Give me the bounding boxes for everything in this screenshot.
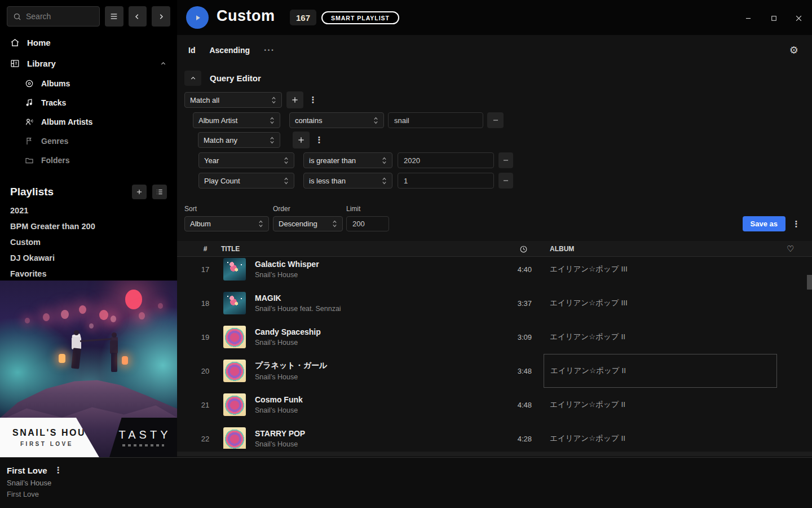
query-editor-collapse-button[interactable]: [184, 71, 201, 86]
match-select[interactable]: Match any: [198, 132, 280, 148]
rule-operator-select[interactable]: is greater than: [303, 152, 392, 168]
playlist-item[interactable]: 2021: [0, 203, 177, 218]
table-row[interactable]: 20プラネット・ガールSnail’s House3:48エイリアン☆ポップ II: [177, 354, 812, 388]
table-row[interactable]: 21Cosmo FunkSnail’s House4:48エイリアン☆ポップ I…: [177, 388, 812, 422]
track-title[interactable]: Cosmo Funk: [255, 395, 303, 404]
group-options-button[interactable]: ⋮: [308, 91, 317, 108]
sidebar-item-album-artists[interactable]: Album Artists: [0, 112, 177, 132]
plus-icon: [135, 188, 143, 196]
rule-value-input[interactable]: [398, 152, 494, 168]
remove-rule-button[interactable]: [498, 152, 513, 168]
vertical-scrollbar-thumb[interactable]: [807, 275, 812, 290]
album-name: エイリアン☆ポップ III: [550, 298, 628, 308]
more-options-button[interactable]: ···: [264, 45, 275, 55]
select-chevrons-icon: [284, 177, 289, 185]
window-maximize-button[interactable]: [768, 12, 779, 24]
album-cell[interactable]: エイリアン☆ポップ II: [544, 354, 777, 388]
rule-operator-select[interactable]: contains: [289, 112, 384, 128]
sort-select[interactable]: Album: [184, 216, 269, 231]
playlist-item[interactable]: BPM Greater than 200: [0, 218, 177, 234]
add-rule-button[interactable]: [286, 91, 303, 108]
sidebar-item-tracks[interactable]: Tracks: [0, 93, 177, 112]
sort-field-control[interactable]: Id: [188, 46, 195, 55]
remove-rule-button[interactable]: [498, 173, 513, 189]
track-artist[interactable]: Snail’s House: [255, 373, 327, 381]
track-artist[interactable]: Snail’s House: [255, 406, 303, 414]
table-row[interactable]: 18MAGIKSnail’s House feat. Sennzai3:37エイ…: [177, 286, 812, 320]
now-playing-options-button[interactable]: ⋮: [54, 465, 63, 475]
horizontal-scrollbar-track[interactable]: [177, 452, 812, 456]
album-art-thumbnail: [223, 326, 246, 348]
save-as-button[interactable]: Save as: [743, 216, 785, 231]
album-cell[interactable]: エイリアン☆ポップ II: [544, 422, 777, 449]
playlists-title: Playlists: [10, 186, 126, 198]
track-title[interactable]: Candy Spaceship: [255, 327, 321, 336]
track-artist[interactable]: Snail’s House: [255, 440, 305, 448]
album-cell[interactable]: エイリアン☆ポップ III: [544, 286, 777, 320]
group-options-button[interactable]: ⋮: [315, 132, 324, 148]
select-chevrons-icon: [284, 156, 289, 165]
sidebar-item-folders[interactable]: Folders: [0, 151, 177, 170]
now-playing-title[interactable]: First Love: [7, 466, 47, 475]
rule-value-input[interactable]: [398, 173, 494, 189]
rule-operator-select[interactable]: is less than: [303, 173, 392, 189]
order-select[interactable]: Descending: [273, 216, 343, 231]
rule-value-input[interactable]: [388, 112, 483, 128]
table-row[interactable]: 19Candy SpaceshipSnail’s House3:09エイリアン☆…: [177, 320, 812, 354]
track-artist[interactable]: Snail’s House feat. Sennzai: [255, 305, 341, 313]
column-album[interactable]: ALBUM: [550, 241, 574, 257]
match-select[interactable]: Match all: [184, 92, 282, 108]
select-chevrons-icon: [382, 156, 387, 165]
window-minimize-button[interactable]: [743, 12, 754, 24]
album-cell[interactable]: エイリアン☆ポップ II: [544, 388, 777, 422]
now-playing-album[interactable]: First Love: [7, 490, 63, 498]
track-title[interactable]: Galactic Whisper: [255, 260, 319, 269]
sidebar-item-home[interactable]: Home: [0, 32, 177, 53]
window-close-button[interactable]: [793, 12, 804, 24]
album-name: エイリアン☆ポップ II: [550, 433, 625, 444]
sidebar-item-library[interactable]: Library: [0, 53, 177, 74]
sidebar-item-genres[interactable]: Genres: [0, 132, 177, 151]
plus-icon: [290, 95, 299, 104]
table-row[interactable]: 22STARRY POPSnail’s House4:28エイリアン☆ポップ I…: [177, 422, 812, 449]
playlist-item[interactable]: Custom: [0, 234, 177, 250]
menu-button[interactable]: [105, 6, 123, 27]
sidebar-item-albums[interactable]: Albums: [0, 74, 177, 93]
now-playing-album-art[interactable]: SNAIL'S HOUSE FIRST LOVE TASTY: [0, 281, 177, 457]
search-box[interactable]: [7, 6, 100, 27]
column-title[interactable]: TITLE: [221, 241, 240, 257]
playlist-list: 2021BPM Greater than 200CustomDJ Okawari…: [0, 203, 177, 282]
playlist-item[interactable]: Favorites: [0, 266, 177, 282]
create-playlist-button[interactable]: [132, 185, 147, 199]
track-title[interactable]: STARRY POP: [255, 429, 305, 438]
album-cell[interactable]: エイリアン☆ポップ II: [544, 320, 777, 354]
favorite-heart-icon[interactable]: ♡: [787, 241, 794, 257]
column-index[interactable]: #: [194, 241, 217, 257]
duration-clock-icon[interactable]: [519, 241, 528, 257]
track-artist[interactable]: Snail’s House: [255, 339, 321, 347]
album-cell[interactable]: エイリアン☆ポップ III: [544, 257, 777, 286]
nav-forward-button[interactable]: [152, 6, 170, 27]
rule-field-select[interactable]: Album Artist: [193, 112, 280, 128]
library-icon: [10, 59, 20, 68]
playlist-list-button[interactable]: [152, 185, 167, 199]
chevron-up-icon[interactable]: [160, 60, 167, 67]
track-title[interactable]: プラネット・ガール: [255, 361, 327, 371]
nav-back-button[interactable]: [129, 6, 147, 27]
rule-field-select[interactable]: Play Count: [198, 173, 294, 189]
remove-rule-button[interactable]: [487, 112, 504, 128]
rule-field-select[interactable]: Year: [198, 152, 294, 168]
playlist-item[interactable]: DJ Okawari: [0, 250, 177, 266]
settings-gear-icon[interactable]: ⚙: [789, 44, 798, 56]
add-rule-button[interactable]: [293, 132, 310, 148]
track-artist[interactable]: Snail’s House: [255, 271, 319, 279]
album-name: エイリアン☆ポップ III: [550, 264, 628, 274]
now-playing-artist[interactable]: Snail’s House: [7, 479, 63, 487]
search-input[interactable]: [26, 12, 88, 21]
play-playlist-button[interactable]: [186, 6, 209, 29]
table-row[interactable]: 17Galactic WhisperSnail’s House4:40エイリアン…: [177, 257, 812, 286]
query-options-button[interactable]: ⋮: [792, 216, 801, 231]
track-title[interactable]: MAGIK: [255, 294, 341, 303]
limit-input[interactable]: [346, 216, 389, 231]
sort-direction-control[interactable]: Ascending: [209, 46, 250, 55]
